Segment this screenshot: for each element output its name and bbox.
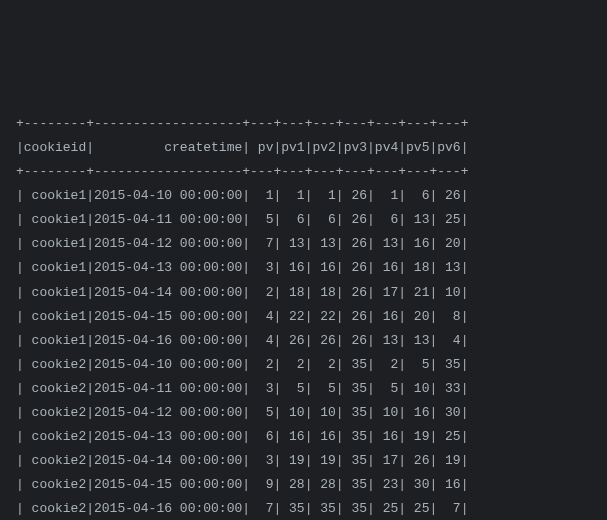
sql-result-table: +--------+-------------------+---+---+--… <box>16 112 591 520</box>
